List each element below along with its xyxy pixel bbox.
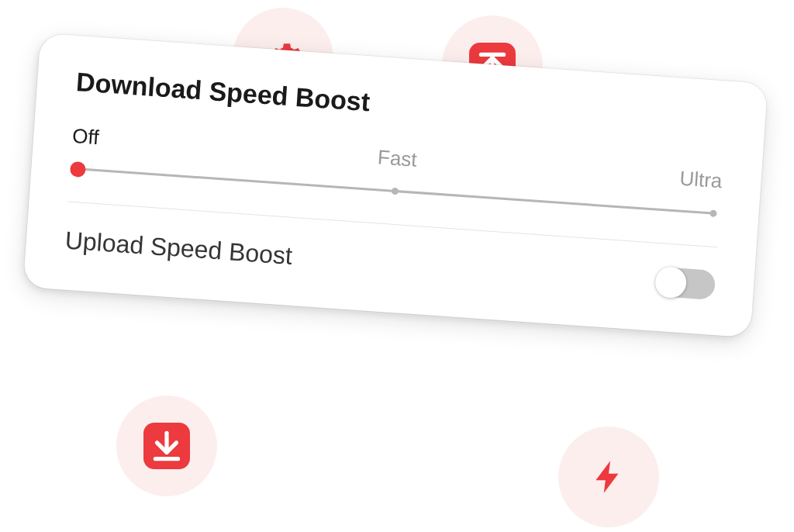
upload-boost-title: Upload Speed Boost [64, 226, 293, 270]
download-icon [147, 427, 186, 465]
background-bolt-circle [558, 427, 659, 527]
slider-stop-end [709, 209, 717, 217]
upload-boost-toggle[interactable] [655, 267, 716, 300]
background-download-circle [116, 396, 217, 496]
slider-thumb[interactable] [70, 161, 86, 178]
download-icon-box [143, 423, 190, 469]
slider-label-fast: Fast [377, 145, 418, 171]
slider-stop-mid [392, 188, 399, 195]
download-speed-slider[interactable]: Off Fast Ultra [69, 132, 723, 231]
speed-boost-card: Download Speed Boost Off Fast Ultra Uplo… [23, 33, 768, 338]
toggle-knob [654, 266, 688, 299]
download-boost-title: Download Speed Boost [75, 67, 727, 143]
slider-label-off: Off [71, 124, 99, 150]
bolt-icon [589, 458, 628, 496]
slider-label-ultra: Ultra [679, 167, 723, 194]
